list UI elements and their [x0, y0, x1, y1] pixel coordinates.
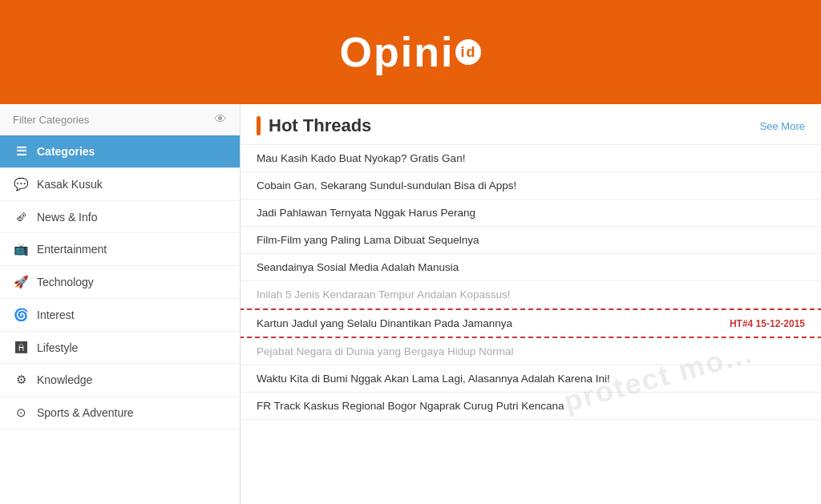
- sidebar-item-technology[interactable]: 🚀 Technology: [0, 266, 240, 299]
- main-layout: Filter Categories 👁 ☰ Categories 💬 Kasak…: [0, 104, 821, 504]
- filter-label: Filter Categories: [13, 114, 89, 126]
- thread-text: FR Track Kaskus Regional Bogor Ngaprak C…: [257, 400, 564, 412]
- thread-text: Waktu Kita di Bumi Nggak Akan Lama Lagi,…: [257, 373, 610, 385]
- sidebar-item-label: Lifestyle: [37, 341, 78, 354]
- technology-icon: 🚀: [13, 275, 29, 289]
- sidebar-item-label: Kasak Kusuk: [37, 178, 103, 191]
- thread-item[interactable]: Waktu Kita di Bumi Nggak Akan Lama Lagi,…: [241, 365, 821, 393]
- sidebar-item-entertainment[interactable]: 📺 Entertainment: [0, 233, 240, 266]
- lifestyle-icon: 🅰: [13, 341, 29, 354]
- sidebar-item-kasak-kusuk[interactable]: 💬 Kasak Kusuk: [0, 168, 240, 201]
- sports-icon: ⊙: [13, 405, 29, 420]
- sidebar-item-categories[interactable]: ☰ Categories: [0, 135, 240, 168]
- thread-item[interactable]: Cobain Gan, Sekarang Sundul-sundulan Bis…: [241, 172, 821, 200]
- sidebar-item-knowledge[interactable]: ⚙ Knowledge: [0, 364, 240, 397]
- thread-item[interactable]: FR Track Kaskus Regional Bogor Ngaprak C…: [241, 393, 821, 420]
- section-title: Hot Threads: [257, 115, 371, 136]
- logo-id-badge: id: [455, 39, 481, 65]
- thread-text: Kartun Jadul yang Selalu Dinantikan Pada…: [257, 317, 512, 329]
- logo-main-text: Opiniid: [340, 29, 482, 75]
- content-area: Hot Threads See More Mau Kasih Kado Buat…: [241, 104, 821, 504]
- thread-item[interactable]: Inilah 5 Jenis Kendaraan Tempur Andalan …: [241, 281, 821, 308]
- knowledge-icon: ⚙: [13, 373, 29, 387]
- filter-icon[interactable]: 👁: [214, 112, 227, 127]
- thread-text: Inilah 5 Jenis Kendaraan Tempur Andalan …: [257, 288, 510, 300]
- thread-list: Mau Kasih Kado Buat Nyokap? Gratis Gan!C…: [241, 145, 821, 420]
- sidebar-item-label: Interest: [37, 308, 75, 321]
- see-more-link[interactable]: See More: [760, 120, 805, 132]
- thread-item[interactable]: Kartun Jadul yang Selalu Dinantikan Pada…: [241, 308, 821, 338]
- sidebar-item-sports-adventure[interactable]: ⊙ Sports & Adventure: [0, 397, 240, 429]
- thread-badge: HT#4 15-12-2015: [730, 318, 805, 329]
- news-info-icon: 🗞: [13, 210, 29, 224]
- thread-text: Film-Film yang Paling Lama Dibuat Sequel…: [257, 234, 479, 246]
- kasak-kusuk-icon: 💬: [13, 177, 29, 192]
- sidebar-item-interest[interactable]: 🌀 Interest: [0, 299, 240, 332]
- thread-text: Pejabat Negara di Dunia yang Bergaya Hid…: [257, 345, 513, 357]
- sidebar-item-label: News & Info: [37, 211, 97, 224]
- thread-item[interactable]: Jadi Pahlawan Ternyata Nggak Harus Peran…: [241, 200, 821, 227]
- thread-text: Cobain Gan, Sekarang Sundul-sundulan Bis…: [257, 179, 516, 192]
- logo: Opiniid: [340, 28, 482, 76]
- sidebar-item-label: Sports & Adventure: [37, 406, 134, 419]
- sidebar-item-news-info[interactable]: 🗞 News & Info: [0, 201, 240, 233]
- categories-icon: ☰: [13, 144, 29, 159]
- sidebar-item-label: Technology: [37, 276, 94, 288]
- header: Opiniid: [0, 0, 821, 104]
- thread-text: Mau Kasih Kado Buat Nyokap? Gratis Gan!: [257, 152, 465, 164]
- sidebar-item-label: Knowledge: [37, 373, 92, 386]
- sidebar-item-lifestyle[interactable]: 🅰 Lifestyle: [0, 332, 240, 364]
- thread-item[interactable]: Mau Kasih Kado Buat Nyokap? Gratis Gan!: [241, 145, 821, 172]
- sidebar-item-label: Entertainment: [37, 243, 107, 256]
- thread-text: Seandainya Sosial Media Adalah Manusia: [257, 261, 459, 273]
- sidebar-item-label: Categories: [37, 145, 95, 158]
- thread-item[interactable]: Seandainya Sosial Media Adalah Manusia: [241, 254, 821, 281]
- sidebar: Filter Categories 👁 ☰ Categories 💬 Kasak…: [0, 104, 241, 504]
- thread-item[interactable]: Pejabat Negara di Dunia yang Bergaya Hid…: [241, 338, 821, 365]
- hot-threads-header: Hot Threads See More: [241, 104, 821, 145]
- thread-text: Jadi Pahlawan Ternyata Nggak Harus Peran…: [257, 207, 475, 219]
- thread-item[interactable]: Film-Film yang Paling Lama Dibuat Sequel…: [241, 227, 821, 254]
- interest-icon: 🌀: [13, 308, 29, 322]
- entertainment-icon: 📺: [13, 242, 29, 256]
- filter-bar: Filter Categories 👁: [0, 104, 240, 135]
